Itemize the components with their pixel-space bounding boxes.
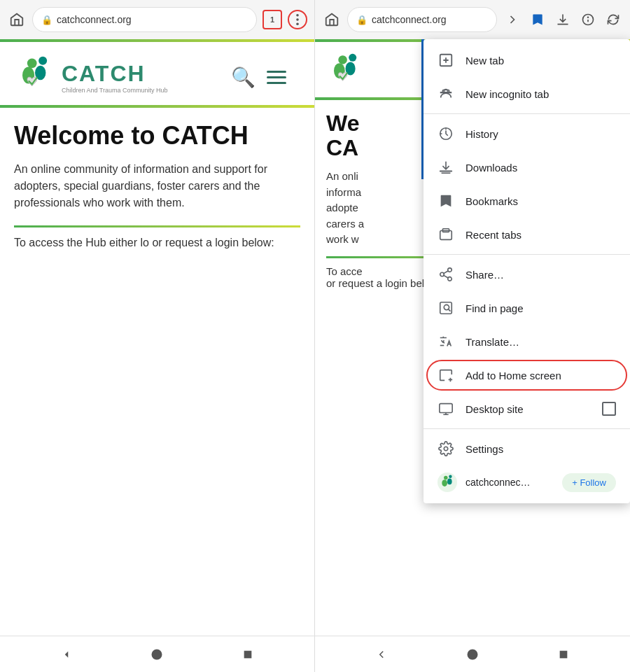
svg-point-23 xyxy=(448,268,452,272)
menu-settings[interactable]: Settings xyxy=(424,432,630,465)
catch-logo-left: CATCH Children And Trauma Community Hub xyxy=(14,56,168,98)
back-button-right[interactable] xyxy=(369,642,394,667)
new-tab-label: New tab xyxy=(465,55,616,66)
history-label: History xyxy=(465,128,616,140)
settings-label: Settings xyxy=(465,443,616,455)
share-label: Share… xyxy=(465,269,616,281)
bottom-nav-right xyxy=(315,636,630,672)
address-bar-left: 🔒 catchconnect.org 1 xyxy=(0,0,314,39)
svg-point-3 xyxy=(27,58,37,68)
home-button-left[interactable] xyxy=(7,10,27,29)
find-in-page-label: Find in page xyxy=(465,302,616,314)
menu-translate[interactable]: Translate… xyxy=(424,325,630,358)
incognito-label: New incognito tab xyxy=(465,88,616,100)
svg-point-0 xyxy=(296,14,299,17)
svg-point-25 xyxy=(448,277,452,281)
browser-left: 🔒 catchconnect.org 1 xyxy=(0,0,315,672)
add-home-screen-label: Add to Home screen xyxy=(465,370,616,382)
svg-point-34 xyxy=(449,475,451,478)
menu-desktop-site[interactable]: Desktop site xyxy=(424,392,630,426)
browser-container: 🔒 catchconnect.org 1 xyxy=(0,0,630,672)
menu-find-in-page[interactable]: Find in page xyxy=(424,291,630,325)
logo-text-area: CATCH Children And Trauma Community Hub xyxy=(62,61,168,94)
forward-button[interactable] xyxy=(503,10,522,29)
svg-point-31 xyxy=(444,447,448,451)
menu-button-left[interactable] xyxy=(288,10,307,29)
menu-share[interactable]: Share… xyxy=(424,258,630,291)
svg-point-24 xyxy=(440,272,444,276)
bookmark-button[interactable] xyxy=(528,10,547,29)
chrome-menu: New tab New incognito tab xyxy=(424,39,630,503)
incognito-icon xyxy=(438,85,454,102)
stop-button-left[interactable] xyxy=(235,642,260,667)
share-icon xyxy=(438,266,454,283)
lock-icon-left: 🔒 xyxy=(41,15,52,25)
menu-divider-2 xyxy=(424,254,630,255)
description-left: An online community of information and s… xyxy=(14,161,300,211)
url-text-left: catchconnect.org xyxy=(57,14,132,25)
search-icon-left[interactable]: 🔍 xyxy=(231,66,255,89)
page-content-left: CATCH Children And Trauma Community Hub … xyxy=(0,39,314,636)
translate-icon xyxy=(438,333,454,350)
svg-rect-28 xyxy=(440,302,452,314)
svg-line-26 xyxy=(444,275,448,278)
home-button-right[interactable] xyxy=(322,10,342,29)
page-text-left: Welcome to CATCH An online community of … xyxy=(0,108,314,258)
menu-history[interactable]: History xyxy=(424,117,630,150)
hamburger-icon-left[interactable] xyxy=(267,71,286,84)
menu-downloads[interactable]: Downloads xyxy=(424,150,630,184)
svg-point-1 xyxy=(296,18,299,21)
svg-point-32 xyxy=(444,476,448,480)
settings-icon xyxy=(438,440,454,457)
access-text-left: To access the Hub either lo or request a… xyxy=(14,234,300,251)
svg-point-5 xyxy=(38,57,47,65)
follow-button[interactable]: + Follow xyxy=(562,473,616,492)
menu-divider-3 xyxy=(424,428,630,429)
svg-point-33 xyxy=(442,479,447,486)
catch-logo-svg-right xyxy=(326,53,365,92)
url-text-right: catchconnect.org xyxy=(372,14,447,25)
svg-point-14 xyxy=(349,54,356,62)
menu-add-home-screen[interactable]: Add to Home screen xyxy=(424,358,630,392)
home-circle-right[interactable] xyxy=(460,642,485,667)
catch-logo-text: CATCH xyxy=(62,61,168,87)
svg-point-12 xyxy=(338,55,347,64)
browser-right: 🔒 catchconnect.org xyxy=(315,0,630,672)
menu-incognito-tab[interactable]: New incognito tab xyxy=(424,77,630,111)
info-button[interactable] xyxy=(578,10,598,29)
menu-new-tab[interactable]: New tab xyxy=(424,43,630,77)
svg-rect-30 xyxy=(440,404,452,413)
bookmarks-icon xyxy=(438,192,454,209)
url-field-right[interactable]: 🔒 catchconnect.org xyxy=(347,7,497,32)
recent-tabs-icon xyxy=(438,226,454,243)
downloads-label: Downloads xyxy=(465,162,616,174)
menu-divider-1 xyxy=(424,113,630,114)
menu-recent-tabs[interactable]: Recent tabs xyxy=(424,218,630,251)
site-favicon xyxy=(438,472,457,492)
back-button-left[interactable] xyxy=(54,642,79,667)
menu-bookmarks[interactable]: Bookmarks xyxy=(424,184,630,218)
desktop-site-label: Desktop site xyxy=(465,403,591,415)
svg-rect-37 xyxy=(560,650,568,658)
desktop-site-checkbox[interactable] xyxy=(602,402,616,416)
home-circle-left[interactable] xyxy=(144,642,169,667)
new-tab-icon xyxy=(438,52,454,69)
svg-point-7 xyxy=(152,649,162,659)
bookmarks-label: Bookmarks xyxy=(465,195,616,207)
download-button[interactable] xyxy=(553,10,573,29)
svg-point-29 xyxy=(444,304,449,309)
svg-point-35 xyxy=(447,479,452,485)
recent-tabs-label: Recent tabs xyxy=(465,229,616,241)
url-field-left[interactable]: 🔒 catchconnect.org xyxy=(32,7,257,32)
refresh-button[interactable] xyxy=(603,10,623,29)
menu-follow-item[interactable]: catchconnec… + Follow xyxy=(424,465,630,499)
svg-rect-8 xyxy=(244,650,252,658)
bottom-nav-left xyxy=(0,636,314,672)
tab-count-label: 1 xyxy=(270,15,274,24)
stop-button-right[interactable] xyxy=(551,642,576,667)
tab-count-button[interactable]: 1 xyxy=(262,10,282,29)
address-bar-right: 🔒 catchconnect.org xyxy=(315,0,630,39)
svg-point-2 xyxy=(296,23,299,26)
logo-area-left: CATCH Children And Trauma Community Hub … xyxy=(0,42,314,105)
divider-left xyxy=(14,225,300,227)
